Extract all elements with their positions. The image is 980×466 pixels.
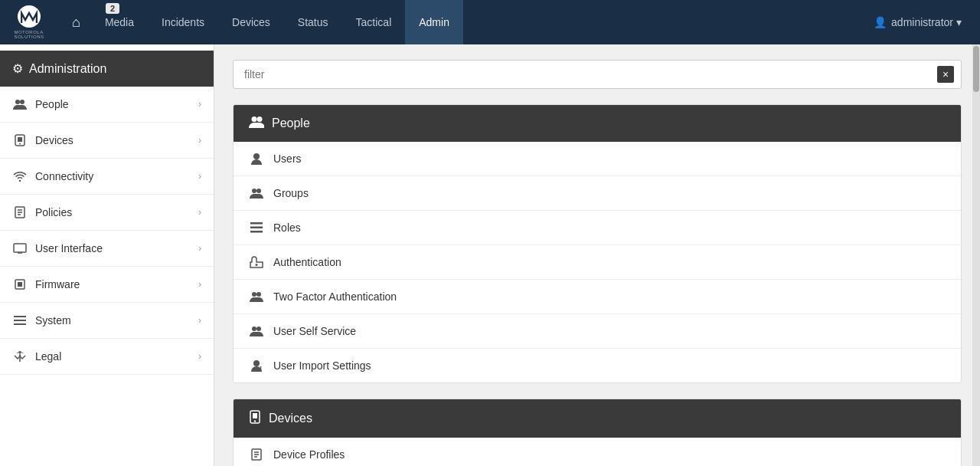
svg-point-29 bbox=[256, 292, 261, 297]
svg-point-4 bbox=[19, 143, 21, 145]
authentication-label: Authentication bbox=[273, 256, 341, 268]
nav-links: ⌂ Media Incidents Devices Status Tactica… bbox=[61, 0, 864, 44]
users-item[interactable]: Users bbox=[234, 142, 961, 176]
svg-point-20 bbox=[257, 116, 263, 122]
device-profiles-item[interactable]: Device Profiles bbox=[234, 438, 961, 466]
scrollbar-track[interactable] bbox=[972, 44, 980, 466]
devices-section-title: Devices bbox=[269, 412, 312, 425]
username-label: administrator bbox=[891, 16, 953, 28]
motorola-text: MOTOROLASOLUTIONS bbox=[14, 30, 44, 39]
svg-rect-36 bbox=[253, 413, 257, 418]
svg-point-31 bbox=[256, 327, 261, 331]
svg-rect-26 bbox=[250, 231, 263, 233]
filter-clear-button[interactable]: × bbox=[937, 66, 954, 83]
chevron-icon: › bbox=[198, 99, 201, 110]
sidebar-firmware-label: Firmware bbox=[35, 278, 80, 290]
brand: MOTOROLASOLUTIONS bbox=[9, 5, 49, 39]
svg-point-30 bbox=[252, 327, 256, 331]
self-service-icon bbox=[249, 326, 264, 336]
chevron-icon: › bbox=[198, 315, 201, 326]
motorola-logo: MOTOROLASOLUTIONS bbox=[9, 5, 49, 39]
sidebar-legal-label: Legal bbox=[35, 350, 61, 363]
user-import-item[interactable]: User Import Settings bbox=[234, 349, 961, 382]
two-factor-label: Two Factor Authentication bbox=[273, 290, 397, 303]
scrollbar-thumb[interactable] bbox=[973, 46, 979, 92]
sidebar-connectivity-label: Connectivity bbox=[35, 170, 93, 182]
import-label: User Import Settings bbox=[273, 359, 371, 372]
people-section-header: People bbox=[234, 105, 961, 142]
firmware-icon bbox=[12, 277, 28, 292]
sidebar-item-system[interactable]: System › bbox=[0, 303, 214, 339]
content-area: × People Users Groups bbox=[214, 44, 980, 466]
svg-point-28 bbox=[252, 292, 256, 297]
roles-icon bbox=[249, 222, 264, 233]
nav-admin[interactable]: Admin bbox=[405, 0, 463, 44]
filter-input[interactable] bbox=[233, 60, 962, 89]
svg-point-5 bbox=[19, 180, 21, 182]
sidebar-people-label: People bbox=[35, 98, 69, 110]
sidebar-header: ⚙ Administration bbox=[0, 51, 214, 87]
nav-tactical[interactable]: Tactical bbox=[342, 0, 406, 44]
svg-point-22 bbox=[252, 189, 256, 193]
sidebar-item-policies[interactable]: Policies › bbox=[0, 195, 214, 231]
svg-rect-16 bbox=[14, 320, 26, 321]
sidebar-item-people[interactable]: People › bbox=[0, 87, 214, 123]
svg-point-19 bbox=[252, 116, 257, 122]
nav-status[interactable]: Status bbox=[284, 0, 342, 44]
chevron-icon: › bbox=[198, 171, 201, 182]
roles-item[interactable]: Roles bbox=[234, 211, 961, 245]
devices-section-header: Devices bbox=[234, 399, 961, 438]
sidebar-policies-label: Policies bbox=[35, 206, 72, 218]
svg-point-1 bbox=[20, 100, 24, 104]
devices-section-icon bbox=[249, 410, 261, 427]
sidebar-ui-label: User Interface bbox=[35, 242, 103, 254]
user-self-service-item[interactable]: User Self Service bbox=[234, 314, 961, 349]
svg-point-21 bbox=[253, 153, 260, 159]
sidebar-item-connectivity[interactable]: Connectivity › bbox=[0, 159, 214, 195]
sidebar-item-firmware[interactable]: Firmware › bbox=[0, 267, 214, 303]
device-profiles-label: Device Profiles bbox=[273, 448, 345, 461]
sidebar: ⚙ Administration People › Devices › bbox=[0, 44, 214, 466]
device-profiles-icon bbox=[249, 448, 264, 461]
home-button[interactable]: ⌂ bbox=[61, 0, 91, 44]
import-icon bbox=[249, 359, 264, 372]
chevron-icon: › bbox=[198, 279, 201, 290]
svg-rect-25 bbox=[250, 227, 263, 229]
wifi-icon bbox=[12, 169, 28, 184]
sidebar-item-user-interface[interactable]: User Interface › bbox=[0, 231, 214, 267]
users-label: Users bbox=[273, 153, 302, 165]
sidebar-title: Administration bbox=[29, 62, 106, 76]
user-caret-icon: ▾ bbox=[956, 16, 962, 28]
svg-point-23 bbox=[256, 189, 261, 193]
authentication-item[interactable]: Authentication bbox=[234, 245, 961, 280]
nav-devices[interactable]: Devices bbox=[218, 0, 284, 44]
people-icon bbox=[12, 97, 28, 112]
svg-point-27 bbox=[256, 264, 258, 266]
nav-incidents[interactable]: Incidents bbox=[148, 0, 218, 44]
sidebar-item-devices[interactable]: Devices › bbox=[0, 123, 214, 159]
self-service-label: User Self Service bbox=[273, 325, 356, 337]
groups-label: Groups bbox=[273, 187, 309, 199]
groups-icon bbox=[249, 188, 264, 199]
svg-rect-3 bbox=[18, 137, 22, 142]
legal-icon bbox=[12, 349, 28, 364]
devices-section: Devices Device Profiles bbox=[233, 399, 962, 466]
groups-item[interactable]: Groups bbox=[234, 176, 961, 211]
sidebar-item-legal[interactable]: Legal › bbox=[0, 339, 214, 375]
sidebar-devices-label: Devices bbox=[35, 134, 74, 146]
two-factor-item[interactable]: Two Factor Authentication bbox=[234, 280, 961, 314]
chevron-icon: › bbox=[198, 135, 201, 146]
logo-circle bbox=[18, 5, 41, 28]
two-factor-icon bbox=[249, 291, 264, 302]
user-menu[interactable]: 👤 administrator ▾ bbox=[864, 16, 971, 28]
home-icon: ⌂ bbox=[72, 15, 80, 31]
svg-point-32 bbox=[253, 360, 260, 366]
roles-label: Roles bbox=[273, 222, 301, 234]
people-section: People Users Groups Roles bbox=[233, 104, 962, 383]
svg-rect-10 bbox=[14, 244, 26, 252]
gear-icon: ⚙ bbox=[12, 61, 23, 76]
svg-point-0 bbox=[15, 100, 20, 104]
chevron-icon: › bbox=[198, 207, 201, 218]
system-icon bbox=[12, 313, 28, 328]
user-icon: 👤 bbox=[874, 16, 887, 28]
